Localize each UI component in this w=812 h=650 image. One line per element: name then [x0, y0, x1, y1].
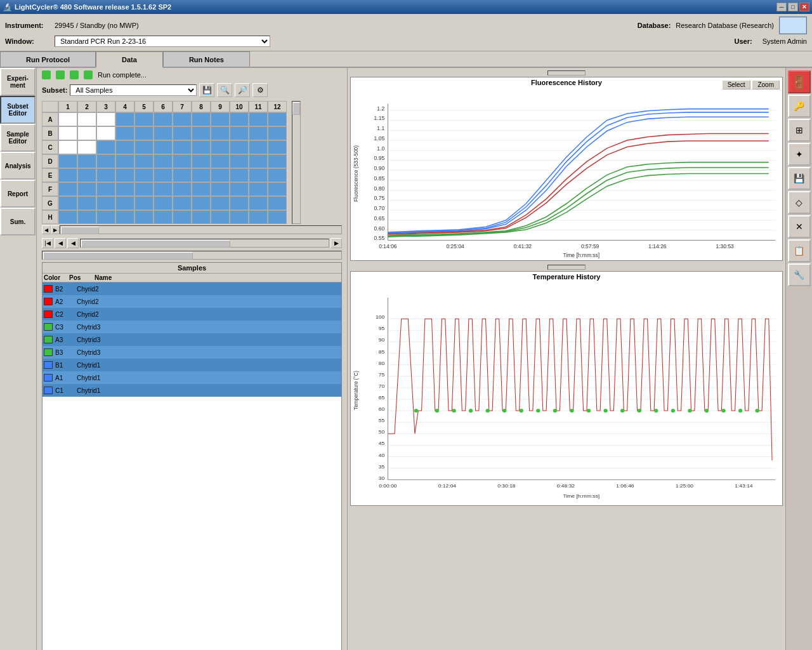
cell-b10[interactable] [230, 126, 249, 140]
cell-b4[interactable] [115, 126, 134, 140]
sidebar-item-subset-editor[interactable]: Subset Editor [0, 96, 36, 124]
cell-c2[interactable] [77, 140, 96, 154]
cell-h3[interactable] [96, 210, 115, 224]
cell-e3[interactable] [96, 168, 115, 182]
cell-b12[interactable] [268, 126, 287, 140]
cell-c3[interactable] [96, 140, 115, 154]
scroll-right-btn[interactable]: ▶ [51, 225, 60, 234]
mid-scroll-indicator[interactable] [547, 265, 586, 270]
sample-row-a3[interactable]: A3 Chytrid3 [43, 333, 341, 346]
cell-b9[interactable] [211, 126, 230, 140]
cell-c6[interactable] [154, 140, 173, 154]
cell-a1[interactable] [58, 112, 77, 126]
nav-first-btn[interactable]: |◀ [42, 238, 53, 248]
nav-prev-btn[interactable]: ◀ [55, 238, 66, 248]
subset-icon-btn-4[interactable]: ⚙ [252, 83, 268, 97]
save-rt-button[interactable]: 💾 [788, 167, 811, 190]
cell-a4[interactable] [115, 112, 134, 126]
cell-e12[interactable] [268, 168, 287, 182]
cell-f3[interactable] [96, 182, 115, 196]
page-thumb[interactable] [81, 240, 230, 248]
cell-d8[interactable] [192, 154, 211, 168]
sample-row-c1[interactable]: C1 Chytrid1 [43, 384, 341, 397]
cell-b11[interactable] [249, 126, 268, 140]
subset-select[interactable]: All Samples [70, 84, 197, 96]
sample-row-a2[interactable]: A2 Chyrid2 [43, 295, 341, 308]
logout-button[interactable]: 🚪 [788, 70, 811, 93]
cell-b5[interactable] [134, 126, 154, 140]
cell-g5[interactable] [134, 196, 154, 210]
sample-row-b1[interactable]: B1 Chytrid1 [43, 359, 341, 371]
sidebar-item-analysis[interactable]: Analysis [0, 152, 36, 180]
cell-f11[interactable] [249, 182, 268, 196]
cell-d10[interactable] [230, 154, 249, 168]
cell-f9[interactable] [211, 182, 230, 196]
cell-e1[interactable] [58, 168, 77, 182]
cell-f5[interactable] [134, 182, 154, 196]
cell-f6[interactable] [154, 182, 173, 196]
cell-a2[interactable] [77, 112, 96, 126]
cell-c11[interactable] [249, 140, 268, 154]
cell-d3[interactable] [96, 154, 115, 168]
sample-row-b2[interactable]: B2 Chyrid2 [43, 282, 341, 295]
cell-a12[interactable] [268, 112, 287, 126]
cell-d5[interactable] [134, 154, 154, 168]
cell-d6[interactable] [154, 154, 173, 168]
subset-icon-btn-2[interactable]: 🔍 [217, 83, 232, 97]
cell-h12[interactable] [268, 210, 287, 224]
cell-g8[interactable] [192, 196, 211, 210]
cell-c5[interactable] [134, 140, 154, 154]
grid-scrollbar-h[interactable] [60, 225, 342, 234]
cell-h2[interactable] [77, 210, 96, 224]
cell-f4[interactable] [115, 182, 134, 196]
cell-h10[interactable] [230, 210, 249, 224]
cell-a9[interactable] [211, 112, 230, 126]
scroll-left-btn[interactable]: ◀ [42, 225, 51, 234]
cell-e7[interactable] [173, 168, 192, 182]
cell-h5[interactable] [134, 210, 154, 224]
cell-g6[interactable] [154, 196, 173, 210]
cell-c7[interactable] [173, 140, 192, 154]
sample-row-a1[interactable]: A1 Chytrid1 [43, 371, 341, 384]
cell-d7[interactable] [173, 154, 192, 168]
cell-a8[interactable] [192, 112, 211, 126]
cell-c8[interactable] [192, 140, 211, 154]
cancel-rt-button[interactable]: ✕ [788, 215, 811, 238]
cell-e5[interactable] [134, 168, 154, 182]
tools-button[interactable]: 🔧 [788, 263, 811, 286]
sample-row-c3[interactable]: C3 Chytrid3 [43, 321, 341, 333]
cell-d1[interactable] [58, 154, 77, 168]
compass-button[interactable]: ✦ [788, 143, 811, 166]
cell-g7[interactable] [173, 196, 192, 210]
top-scroll-indicator[interactable] [547, 70, 586, 76]
cell-a5[interactable] [134, 112, 154, 126]
tab-data[interactable]: Data [96, 51, 163, 68]
tab-run-notes[interactable]: Run Notes [163, 51, 250, 67]
cell-c1[interactable] [58, 140, 77, 154]
cell-g9[interactable] [211, 196, 230, 210]
cell-b8[interactable] [192, 126, 211, 140]
cell-a11[interactable] [249, 112, 268, 126]
cell-a3[interactable] [96, 112, 115, 126]
document-button[interactable]: 📋 [788, 239, 811, 262]
cell-d2[interactable] [77, 154, 96, 168]
cell-f7[interactable] [173, 182, 192, 196]
cell-b1[interactable] [58, 126, 77, 140]
select-button[interactable]: Select [722, 80, 751, 90]
cell-f2[interactable] [77, 182, 96, 196]
subset-icon-btn-3[interactable]: 🔎 [235, 83, 250, 97]
cell-b7[interactable] [173, 126, 192, 140]
cell-c12[interactable] [268, 140, 287, 154]
cell-a10[interactable] [230, 112, 249, 126]
cell-h11[interactable] [249, 210, 268, 224]
subset-icon-btn-1[interactable]: 💾 [199, 83, 214, 97]
cell-d9[interactable] [211, 154, 230, 168]
cell-d4[interactable] [115, 154, 134, 168]
diamond-button[interactable]: ◇ [788, 191, 811, 214]
cell-h7[interactable] [173, 210, 192, 224]
cell-e2[interactable] [77, 168, 96, 182]
cell-h9[interactable] [211, 210, 230, 224]
cell-e10[interactable] [230, 168, 249, 182]
scroll-h-thumb[interactable] [61, 227, 99, 234]
cell-c10[interactable] [230, 140, 249, 154]
